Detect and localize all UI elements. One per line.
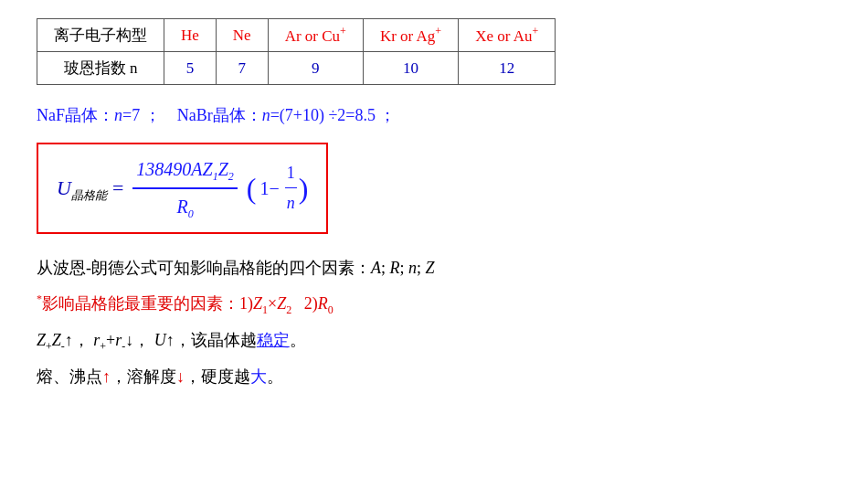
formula-content: U晶格能 = 138490AZ1Z2 R0 ( 1− 1 n ) bbox=[57, 154, 308, 224]
val-5: 5 bbox=[164, 52, 217, 85]
table-data-row: 玻恩指数 n 5 7 9 10 12 bbox=[37, 52, 556, 85]
numerator: 138490AZ1Z2 bbox=[132, 154, 237, 189]
properties-line: 熔、沸点↑，溶解度↓，硬度越大。 bbox=[37, 363, 831, 391]
col-ne: Ne bbox=[216, 19, 268, 52]
u-symbol: U晶格能 bbox=[57, 171, 107, 206]
formula-section: U晶格能 = 138490AZ1Z2 R0 ( 1− 1 n ) bbox=[37, 137, 831, 244]
fraction: 138490AZ1Z2 R0 bbox=[132, 154, 237, 224]
val-12: 12 bbox=[459, 52, 556, 85]
col-he: He bbox=[164, 19, 217, 52]
formula-box: U晶格能 = 138490AZ1Z2 R0 ( 1− 1 n ) bbox=[37, 143, 328, 235]
table-header-row: 离子电子构型 He Ne Ar or Cu+ Kr or Ag+ Xe or A… bbox=[37, 19, 556, 52]
important-line: *影响晶格能最重要的因素：1)Z1×Z2 2)R0 bbox=[37, 290, 831, 319]
val-9: 9 bbox=[268, 52, 363, 85]
inner-num: 1 bbox=[285, 159, 297, 188]
inner-fraction: 1 n bbox=[285, 159, 297, 217]
influence-line: 从波恩-朗德公式可知影响晶格能的四个因素：A; R; n; Z bbox=[37, 254, 831, 282]
naf-line: NaF晶体：n=7 ； NaBr晶体：n=(7+10) ÷2=8.5 ； bbox=[37, 101, 831, 130]
col-kr-ag: Kr or Ag+ bbox=[363, 19, 458, 52]
val-10: 10 bbox=[363, 52, 458, 85]
col-label-ion: 离子电子构型 bbox=[37, 19, 164, 52]
col-label-born: 玻恩指数 n bbox=[37, 52, 164, 85]
one-minus: 1− bbox=[259, 173, 279, 204]
val-7: 7 bbox=[216, 52, 268, 85]
col-xe-au: Xe or Au+ bbox=[459, 19, 556, 52]
col-ar-cu: Ar or Cu+ bbox=[268, 19, 363, 52]
equals-sign: = bbox=[112, 171, 123, 205]
denominator: R0 bbox=[173, 189, 196, 223]
ion-config-table: 离子电子构型 He Ne Ar or Cu+ Kr or Ag+ Xe or A… bbox=[37, 18, 556, 85]
paren-open: ( bbox=[247, 164, 257, 213]
table-container: 离子电子构型 He Ne Ar or Cu+ Kr or Ag+ Xe or A… bbox=[37, 18, 831, 85]
paren-close: ) bbox=[299, 164, 309, 213]
stability-line: Z+Z-↑， r++r-↓， U↑，该晶体越稳定。 bbox=[37, 326, 831, 356]
inner-den: n bbox=[285, 188, 297, 218]
